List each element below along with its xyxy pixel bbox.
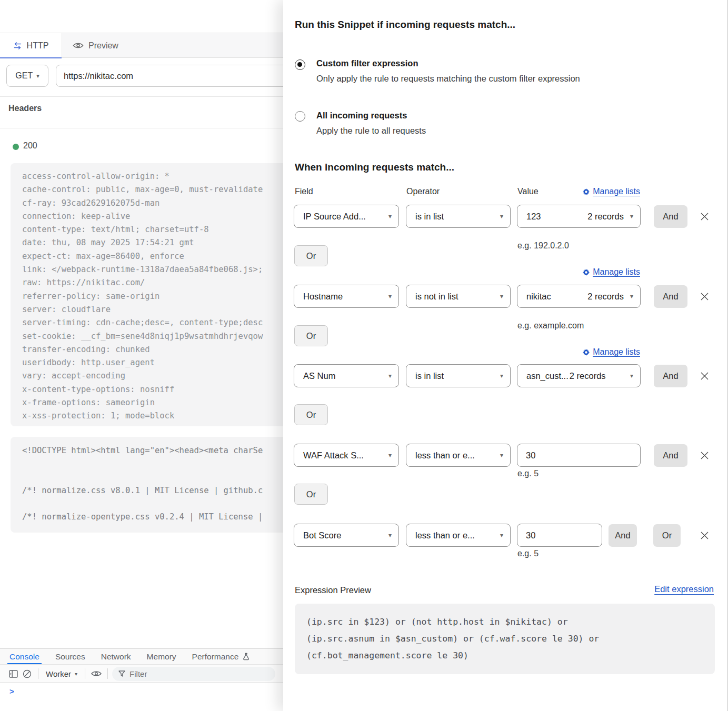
- http-preview-pane: HTTP Preview GET ▾ Headers 200 access-co…: [0, 0, 287, 711]
- chevron-down-icon: ▾: [388, 213, 392, 220]
- remove-condition-button[interactable]: [700, 450, 710, 460]
- manage-lists-link[interactable]: Manage lists: [583, 347, 640, 357]
- value-hint: e.g. 5: [517, 549, 538, 558]
- operator-select[interactable]: less than or e...▾: [406, 444, 511, 467]
- manage-lists-link[interactable]: Manage lists: [583, 267, 640, 277]
- or-button[interactable]: Or: [653, 524, 681, 547]
- url-input[interactable]: [56, 65, 287, 87]
- remove-condition-button[interactable]: [700, 292, 710, 302]
- close-icon: [700, 212, 710, 222]
- close-icon: [700, 292, 710, 302]
- chevron-down-icon: ▾: [36, 73, 39, 79]
- chevron-down-icon: ▾: [388, 452, 392, 459]
- value-input[interactable]: [517, 444, 641, 467]
- divider: [107, 668, 108, 679]
- remove-condition-button[interactable]: [700, 530, 710, 540]
- or-separator-button[interactable]: Or: [294, 245, 328, 266]
- radio-all-incoming-requests[interactable]: [295, 111, 305, 122]
- condition-row: AS Num▾ is in list▾ asn_cust... 2 record…: [294, 364, 710, 387]
- column-label-field: Field: [295, 187, 313, 196]
- devtools-tab-network[interactable]: Network: [101, 649, 131, 664]
- context-selector-dropdown[interactable]: Worker ▾: [43, 669, 81, 678]
- list-record-count: 2 records: [570, 371, 606, 381]
- clear-console-button[interactable]: [20, 667, 34, 680]
- edit-expression-link[interactable]: Edit expression: [654, 584, 714, 594]
- value-list-select[interactable]: 123 2 records ▾: [517, 205, 641, 228]
- method-dropdown[interactable]: GET ▾: [6, 65, 48, 87]
- gear-icon: [583, 269, 590, 276]
- field-select[interactable]: WAF Attack S...▾: [294, 444, 399, 467]
- operator-select[interactable]: is in list▾: [406, 364, 511, 387]
- list-record-count: 2 records: [587, 292, 624, 302]
- gear-icon: [583, 349, 590, 356]
- status-code: 200: [23, 141, 37, 151]
- radio-custom-filter-expression[interactable]: [295, 59, 305, 70]
- radio-custom-filter-label: Custom filter expression: [316, 58, 418, 68]
- devtools-tab-console[interactable]: Console: [9, 649, 39, 664]
- field-select[interactable]: Hostname▾: [294, 285, 399, 308]
- console-toolbar: Worker ▾: [0, 665, 287, 683]
- console-prompt[interactable]: >: [9, 687, 14, 696]
- tab-preview[interactable]: Preview: [73, 33, 118, 58]
- operator-select[interactable]: is not in list▾: [406, 285, 511, 308]
- http-tabbar: HTTP Preview: [0, 33, 287, 58]
- eye-icon: [73, 42, 84, 49]
- operator-select[interactable]: is in list▾: [406, 205, 511, 228]
- match-section-title: When incoming requests match...: [295, 162, 454, 173]
- remove-condition-button[interactable]: [700, 371, 710, 381]
- funnel-icon: [118, 670, 125, 677]
- eye-watch-button[interactable]: [89, 667, 103, 680]
- active-tab-underline: [0, 57, 62, 58]
- console-filter-input[interactable]: [129, 669, 251, 678]
- remove-condition-button[interactable]: [700, 212, 710, 222]
- close-icon: [700, 450, 710, 460]
- manage-lists-link[interactable]: Manage lists: [583, 187, 640, 196]
- chevron-down-icon: ▾: [388, 532, 392, 539]
- radio-all-requests-label: All incoming requests: [316, 111, 407, 121]
- and-button[interactable]: And: [654, 365, 687, 387]
- and-button[interactable]: And: [654, 205, 687, 228]
- tab-http[interactable]: HTTP: [0, 33, 62, 58]
- console-sidebar-toggle-button[interactable]: [6, 667, 20, 680]
- value-hint: e.g. example.com: [517, 321, 584, 331]
- devtools-tab-sources[interactable]: Sources: [55, 649, 85, 664]
- or-separator-button[interactable]: Or: [294, 484, 328, 505]
- tab-preview-label: Preview: [88, 41, 118, 51]
- and-button[interactable]: And: [609, 524, 637, 547]
- chevron-down-icon: ▾: [500, 532, 503, 539]
- condition-row: WAF Attack S...▾ less than or e...▾ And: [294, 444, 710, 467]
- or-separator-button[interactable]: Or: [294, 404, 328, 425]
- chevron-down-icon: ▾: [500, 213, 503, 220]
- panel-title: Run this Snippet if incoming requests ma…: [295, 19, 515, 31]
- chevron-down-icon: ▾: [388, 293, 392, 300]
- devtools-tab-performance[interactable]: Performance: [192, 649, 239, 664]
- response-body-block: <!DOCTYPE html><html lang="en"><head><me…: [11, 437, 287, 533]
- or-separator-button[interactable]: Or: [294, 325, 328, 346]
- divider: [85, 668, 85, 679]
- divider: [0, 128, 287, 128]
- value-input[interactable]: [517, 524, 602, 547]
- value-list-select[interactable]: asn_cust... 2 records ▾: [517, 364, 641, 387]
- tab-http-label: HTTP: [27, 41, 49, 51]
- column-label-operator: Operator: [406, 187, 440, 196]
- console-filter[interactable]: [112, 667, 275, 681]
- chevron-down-icon: ▾: [630, 372, 633, 379]
- value-list-select[interactable]: nikitac 2 records ▾: [517, 285, 641, 308]
- chevron-down-icon: ▾: [500, 293, 503, 300]
- operator-select[interactable]: less than or e...▾: [406, 524, 511, 547]
- field-select[interactable]: IP Source Add...▾: [294, 205, 399, 228]
- field-select[interactable]: AS Num▾: [294, 364, 399, 387]
- headers-section-label: Headers: [8, 104, 42, 113]
- value-hint: e.g. 5: [517, 469, 538, 478]
- field-select[interactable]: Bot Score▾: [294, 524, 399, 547]
- and-button[interactable]: And: [654, 285, 687, 308]
- and-button[interactable]: And: [654, 444, 687, 467]
- expression-preview-code: (ip.src in $123) or (not http.host in $n…: [295, 604, 715, 674]
- gear-icon: [583, 188, 590, 195]
- devtools-tab-memory[interactable]: Memory: [147, 649, 176, 664]
- experiment-flask-icon: [243, 649, 250, 664]
- snippet-rule-panel: Run this Snippet if incoming requests ma…: [283, 0, 728, 711]
- close-icon: [700, 530, 710, 540]
- close-icon: [700, 371, 710, 381]
- condition-row: IP Source Add...▾ is in list▾ 123 2 reco…: [294, 205, 710, 228]
